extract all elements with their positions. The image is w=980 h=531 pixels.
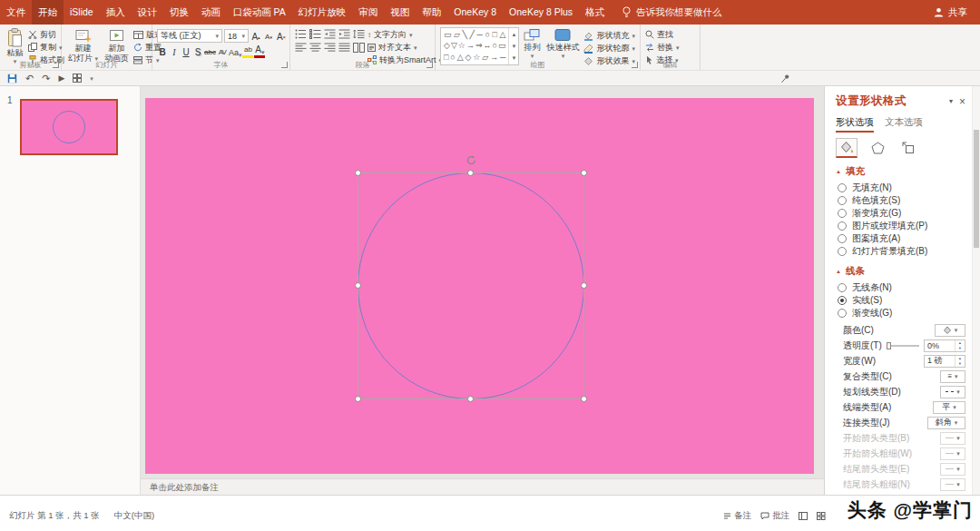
- align-left-icon[interactable]: [295, 43, 307, 53]
- handle-e[interactable]: [581, 282, 587, 289]
- handle-se[interactable]: [581, 396, 587, 402]
- bold-icon[interactable]: B: [157, 45, 168, 58]
- grid-view-icon[interactable]: [73, 74, 82, 83]
- tab-transitions[interactable]: 切换: [163, 0, 195, 25]
- qat-customize-icon[interactable]: ▾: [90, 75, 93, 82]
- notes-pane[interactable]: 单击此处添加备注: [141, 478, 824, 495]
- cap-type-dropdown[interactable]: 平▾: [933, 401, 965, 414]
- shape-fill-button[interactable]: 形状填充 ▾: [583, 30, 635, 41]
- slide-sorter-icon[interactable]: [817, 512, 826, 520]
- columns-icon[interactable]: [353, 43, 365, 53]
- handle-w[interactable]: [355, 282, 361, 289]
- scrollbar-thumb[interactable]: [974, 130, 979, 248]
- tab-review[interactable]: 审阅: [352, 0, 384, 25]
- clear-formatting-icon[interactable]: A×: [276, 30, 287, 43]
- language-indicator[interactable]: 中文(中国): [114, 510, 154, 522]
- shadow-icon[interactable]: S: [192, 45, 203, 58]
- close-pane-icon[interactable]: ×: [959, 95, 965, 108]
- shape-outline-button[interactable]: 形状轮廓 ▾: [583, 43, 635, 54]
- new-slide-button[interactable]: 新建 幻灯片 ▾: [66, 27, 100, 59]
- gallery-scroll-buttons[interactable]: ▲▼▼: [508, 28, 518, 64]
- transparency-slider[interactable]: [887, 345, 919, 347]
- tab-insert[interactable]: 插入: [100, 0, 132, 25]
- stepper-icons[interactable]: ▴▾: [955, 340, 965, 351]
- fill-option-solid[interactable]: 纯色填充(S): [836, 194, 965, 207]
- tab-shape-options[interactable]: 形状选项: [836, 116, 874, 133]
- slide-1-thumbnail[interactable]: [20, 99, 118, 155]
- highlight-color-icon[interactable]: ab: [242, 45, 253, 58]
- fill-option-gradient[interactable]: 渐变填充(G): [836, 207, 965, 220]
- tab-help[interactable]: 帮助: [416, 0, 447, 25]
- tab-onekey8-plus[interactable]: OneKey 8 Plus: [503, 0, 579, 25]
- underline-icon[interactable]: U: [181, 45, 191, 58]
- notes-toggle[interactable]: 备注: [723, 510, 751, 522]
- fill-line-tab-icon[interactable]: [836, 138, 858, 158]
- align-text-button[interactable]: 对齐文本 ▾: [368, 42, 442, 53]
- handle-s[interactable]: [467, 396, 474, 402]
- tab-design[interactable]: 设计: [132, 0, 163, 25]
- align-center-icon[interactable]: [309, 43, 321, 53]
- slider-thumb[interactable]: [887, 342, 891, 349]
- justify-icon[interactable]: [338, 43, 350, 53]
- save-icon[interactable]: [7, 74, 17, 84]
- strikethrough-icon[interactable]: abc: [204, 45, 216, 58]
- slide[interactable]: [145, 98, 814, 474]
- fill-option-picture-texture[interactable]: 图片或纹理填充(P): [836, 220, 965, 232]
- drawing-dialog-launcher-icon[interactable]: [632, 62, 638, 68]
- pane-options-icon[interactable]: ▾: [949, 97, 953, 105]
- dash-type-dropdown[interactable]: ▾: [940, 386, 965, 398]
- character-spacing-icon[interactable]: AV: [217, 45, 228, 58]
- tell-me-box[interactable]: 告诉我你想要做什么: [622, 0, 722, 25]
- line-spacing-icon[interactable]: [353, 29, 365, 39]
- tab-onekey8[interactable]: OneKey 8: [447, 0, 503, 25]
- tab-view[interactable]: 视图: [384, 0, 416, 25]
- increase-font-icon[interactable]: A▴: [250, 30, 261, 43]
- share-button[interactable]: 共享: [948, 6, 967, 19]
- fill-option-pattern[interactable]: 图案填充(A): [836, 232, 965, 245]
- line-section-header[interactable]: ▲ 线条: [836, 265, 965, 278]
- arrange-button[interactable]: 排列 ▾: [522, 27, 542, 59]
- clipboard-dialog-launcher-icon[interactable]: [53, 62, 59, 68]
- handle-n[interactable]: [467, 170, 474, 176]
- tab-format[interactable]: 格式: [579, 0, 611, 25]
- decrease-font-icon[interactable]: A▾: [263, 30, 274, 43]
- tab-pocket-animation[interactable]: 口袋动画 PA: [227, 0, 292, 25]
- tab-file[interactable]: 文件: [0, 0, 32, 25]
- effects-tab-icon[interactable]: [867, 138, 888, 158]
- decrease-indent-icon[interactable]: [324, 29, 336, 39]
- font-family-select[interactable]: 等线 (正文) ▾: [157, 29, 222, 43]
- panel-scrollbar[interactable]: [972, 86, 980, 495]
- italic-icon[interactable]: I: [169, 45, 180, 58]
- change-case-icon[interactable]: Aa▾: [229, 45, 242, 58]
- numbering-icon[interactable]: [309, 29, 321, 39]
- handle-nw[interactable]: [355, 170, 361, 176]
- tab-islide[interactable]: iSlide: [64, 0, 100, 25]
- line-option-no-line[interactable]: 无线条(N): [836, 281, 965, 294]
- join-type-dropdown[interactable]: 斜角▾: [927, 417, 965, 429]
- transparency-input[interactable]: 0% ▴▾: [924, 339, 965, 352]
- compound-type-dropdown[interactable]: ≡▾: [940, 370, 965, 383]
- size-properties-tab-icon[interactable]: [897, 138, 919, 158]
- tab-slide-show[interactable]: 幻灯片放映: [292, 0, 353, 25]
- align-right-icon[interactable]: [324, 43, 336, 53]
- find-button[interactable]: 查找: [645, 29, 680, 40]
- cut-button[interactable]: 剪切: [28, 29, 64, 40]
- handle-sw[interactable]: [355, 396, 361, 402]
- replace-button[interactable]: 替换 ▾: [645, 42, 680, 53]
- new-animation-page-button[interactable]: 新加 动画页: [103, 27, 131, 59]
- tab-text-options[interactable]: 文本选项: [885, 116, 923, 133]
- comments-toggle[interactable]: 批注: [760, 510, 789, 522]
- fill-option-slide-background[interactable]: 幻灯片背景填充(B): [836, 245, 965, 258]
- font-size-select[interactable]: 18 ▾: [224, 29, 249, 43]
- line-option-gradient[interactable]: 渐变线(G): [836, 307, 965, 320]
- line-width-input[interactable]: 1 磅 ▴▾: [924, 355, 965, 368]
- font-dialog-launcher-icon[interactable]: [281, 62, 288, 68]
- copy-button[interactable]: 复制 ▾: [28, 42, 64, 53]
- normal-view-icon[interactable]: [799, 512, 808, 520]
- paragraph-dialog-launcher-icon[interactable]: [426, 62, 433, 68]
- tab-animations[interactable]: 动画: [195, 0, 227, 25]
- quick-styles-button[interactable]: 快速样式 ▾: [544, 27, 581, 59]
- paste-button[interactable]: 粘贴 ▾: [5, 27, 25, 59]
- fill-section-header[interactable]: ▲ 填充: [836, 165, 965, 178]
- stepper-icons[interactable]: ▴▾: [955, 356, 965, 367]
